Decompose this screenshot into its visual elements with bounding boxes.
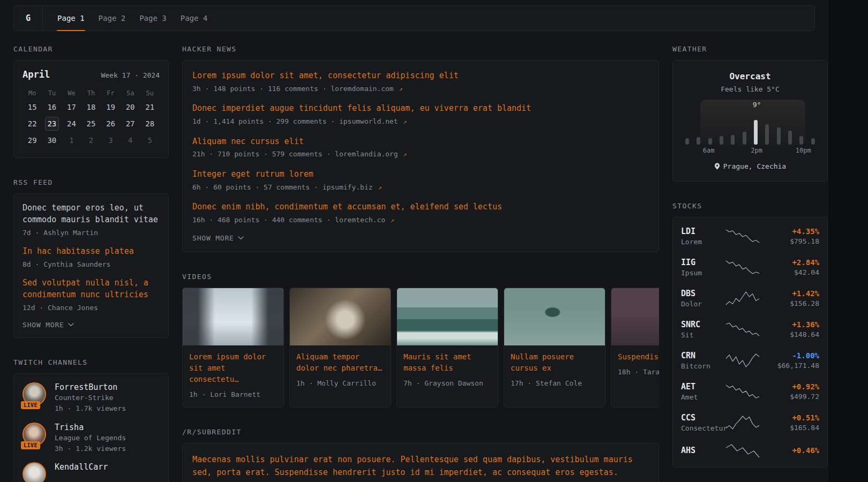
external-link-icon: ↗: [378, 184, 381, 191]
section-title-weather: WEATHER: [672, 45, 828, 53]
stock-price: $795.18: [768, 237, 819, 245]
live-badge: LIVE: [21, 401, 40, 409]
subreddit-widget: /R/SUBREDDIT Maecenas mollis pulvinar er…: [182, 428, 659, 482]
calendar-day: 5: [140, 132, 160, 149]
calendar-day: 27: [121, 116, 140, 132]
calendar-day: 30: [42, 132, 62, 149]
video-meta: 1h · Molly Carrillo: [296, 378, 384, 389]
hn-item: Aliquam nec cursus elit 21h · 710 points…: [192, 136, 649, 160]
external-link-icon: ↗: [399, 85, 403, 93]
weather-bar: [799, 136, 803, 145]
section-title-hackernews: HACKER NEWS: [182, 45, 659, 53]
video-meta: 1h · Lori Barnett: [189, 389, 277, 400]
navbar: G Page 1 Page 2 Page 3 Page 4: [13, 5, 815, 31]
hn-item-domain-link[interactable]: loremdomain.com: [331, 85, 393, 93]
rss-item-link[interactable]: In hac habitasse platea: [23, 246, 160, 258]
channel-name-link[interactable]: KendallCarr: [55, 462, 108, 472]
stock-row[interactable]: AHS +0.46%: [681, 438, 819, 464]
stock-price: $42.04: [768, 268, 819, 276]
hn-item-meta: 3h · 148 points · 116 comments · loremdo…: [192, 84, 649, 94]
stock-row[interactable]: AET Amet +0.92% $499.72: [681, 376, 819, 407]
video-title-link[interactable]: Suspendisse diam: [618, 351, 659, 363]
tab-page-2[interactable]: Page 2: [92, 6, 133, 31]
video-meta: 7h · Grayson Dawson: [403, 378, 491, 389]
video-card: Suspendisse diam 18h · Tara: [611, 288, 659, 408]
weather-location: Prague, Czechia: [683, 162, 818, 170]
subreddit-post-link[interactable]: Maecenas mollis pulvinar erat non posuer…: [192, 453, 649, 479]
hn-item-link[interactable]: Donec enim nibh, condimentum et accumsan…: [192, 201, 502, 213]
video-thumbnail[interactable]: [183, 288, 283, 345]
calendar-day: 28: [140, 116, 160, 132]
stock-row[interactable]: IIG Ipsum +2.84% $42.04: [681, 252, 819, 283]
hn-item: Donec enim nibh, condimentum et accumsan…: [192, 201, 649, 225]
video-meta: 18h · Tara: [618, 367, 659, 378]
calendar-day: 16: [42, 99, 62, 116]
hackernews-card: Lorem ipsum dolor sit amet, consectetur …: [182, 60, 659, 252]
video-title-link[interactable]: Lorem ipsum dolor sit amet consectetu…: [189, 351, 277, 385]
stock-ticker: CCS: [681, 413, 717, 423]
hn-item-link[interactable]: Aliquam nec cursus elit: [192, 136, 304, 148]
video-thumbnail[interactable]: [504, 288, 605, 345]
channel-name-link[interactable]: ForrestBurton: [55, 382, 126, 392]
hn-item-link[interactable]: Lorem ipsum dolor sit amet, consectetur …: [192, 70, 459, 82]
subreddit-card: Maecenas mollis pulvinar erat non posuer…: [182, 443, 659, 482]
stock-price: $165.84: [768, 424, 819, 432]
hn-item: Integer eget rutrum lorem 6h · 60 points…: [192, 169, 649, 192]
section-title-subreddit: /R/SUBREDDIT: [182, 428, 659, 436]
calendar-day: 1: [62, 132, 81, 149]
rss-show-more[interactable]: SHOW MORE: [23, 321, 160, 329]
calendar-day: 2: [81, 132, 101, 149]
stock-ticker: IIG: [681, 258, 717, 267]
channel-game: Counter-Strike: [55, 394, 126, 402]
channel-name-link[interactable]: Trisha: [55, 423, 126, 432]
stock-ticker: AHS: [681, 446, 717, 455]
section-title-videos: VIDEOS: [182, 273, 659, 281]
weather-bar: [765, 124, 769, 145]
stock-row[interactable]: DBS Dolor +1.42% $156.28: [681, 283, 819, 314]
stock-row[interactable]: CCS Consectetur +0.51% $165.84: [681, 407, 819, 438]
video-title-link[interactable]: Mauris sit amet massa felis: [403, 351, 491, 374]
hn-show-more[interactable]: SHOW MORE: [192, 234, 649, 242]
weather-condition: Overcast: [683, 71, 818, 81]
stock-ticker: SNRC: [681, 320, 717, 329]
weather-card: Overcast Feels like 5°C 9° 6am 2pm 10pm: [672, 60, 828, 182]
rss-item-link[interactable]: Donec tempor eros leo, ut commodo mauris…: [23, 202, 160, 226]
stock-change: +4.35%: [768, 227, 819, 236]
video-thumbnail[interactable]: [611, 288, 659, 345]
twitch-card: LIVE ForrestBurton Counter-Strike 1h · 1…: [13, 373, 169, 482]
rss-item-link[interactable]: Sed volutpat nulla nisl, a condimentum n…: [23, 277, 160, 301]
stock-ticker: LDI: [681, 227, 717, 236]
current-temp-label: 9°: [753, 101, 761, 109]
hn-item-domain-link[interactable]: ipsumworld.net: [339, 117, 398, 125]
stock-row[interactable]: SNRC Sit +1.36% $148.64: [681, 314, 819, 345]
hn-item-link[interactable]: Integer eget rutrum lorem: [192, 169, 313, 180]
stock-row[interactable]: CRN Bitcorn -1.00% $66,171.48: [681, 345, 819, 376]
dow-label: We: [62, 87, 81, 99]
hn-item-domain-link[interactable]: loremtech.co: [335, 216, 385, 224]
video-thumbnail[interactable]: [290, 288, 391, 345]
weather-location-text: Prague, Czechia: [723, 162, 786, 170]
stock-name: Consectetur: [681, 424, 717, 432]
stock-price: $66,171.48: [768, 362, 819, 370]
app-logo[interactable]: G: [14, 6, 43, 31]
tab-page-3[interactable]: Page 3: [132, 6, 174, 31]
tab-page-4[interactable]: Page 4: [174, 6, 215, 31]
hn-item-domain-link[interactable]: loremlandia.org: [335, 150, 398, 158]
video-title-link[interactable]: Aliquam tempor dolor nec pharetra…: [296, 351, 384, 374]
weather-bar: [708, 138, 712, 145]
hn-item-domain-link[interactable]: ipsumify.biz: [323, 183, 373, 191]
stock-name: Bitcorn: [681, 362, 717, 370]
rss-item: In hac habitasse platea 8d · Cynthia Sau…: [23, 246, 160, 269]
calendar-day: 25: [81, 116, 101, 132]
rss-item-meta: 8d · Cynthia Saunders: [23, 259, 160, 270]
stock-row[interactable]: LDI Lorem +4.35% $795.18: [681, 221, 819, 252]
video-title-link[interactable]: Nullam posuere cursus ex: [511, 351, 598, 374]
stock-sparkline: [724, 385, 761, 398]
tab-page-1[interactable]: Page 1: [50, 6, 92, 31]
avatar[interactable]: [23, 462, 46, 482]
video-thumbnail[interactable]: [397, 288, 498, 345]
hn-item-link[interactable]: Donec imperdiet augue tincidunt felis al…: [192, 103, 531, 115]
weather-bar: [754, 120, 758, 145]
hn-item-meta: 1d · 1,414 points · 299 comments · ipsum…: [192, 116, 649, 127]
video-meta: 17h · Stefan Cole: [511, 378, 598, 389]
